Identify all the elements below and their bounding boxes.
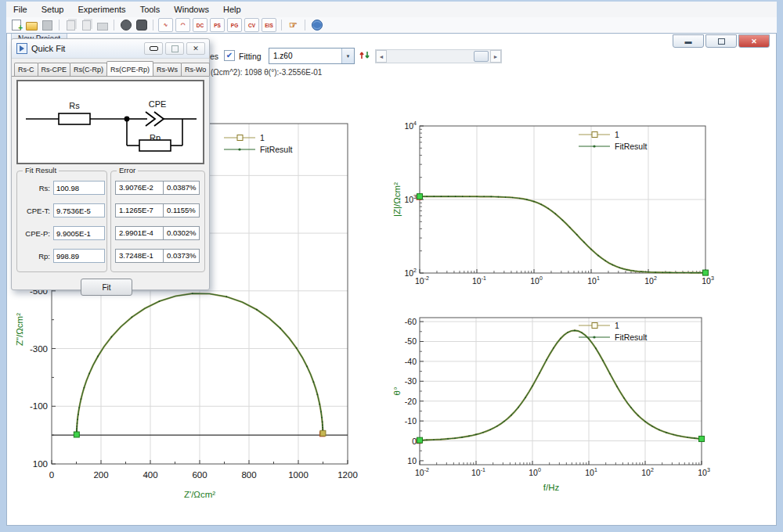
legend[interactable]: 1FitResult xyxy=(579,130,648,151)
data-point[interactable] xyxy=(691,272,692,274)
tab-rsc-rp[interactable]: Rs(C-Rp) xyxy=(70,63,107,76)
data-point[interactable] xyxy=(637,415,639,416)
data-point[interactable] xyxy=(630,407,632,408)
data-point[interactable] xyxy=(511,415,512,416)
data-point[interactable] xyxy=(322,424,323,426)
data-point[interactable] xyxy=(567,332,568,333)
data-point[interactable] xyxy=(322,427,323,429)
data-point[interactable] xyxy=(426,196,428,197)
data-point[interactable] xyxy=(525,397,526,398)
data-point[interactable] xyxy=(159,300,161,302)
dataset-dropdown[interactable]: 1.z60 ▼ xyxy=(269,48,355,64)
data-point[interactable] xyxy=(97,355,99,357)
data-point[interactable] xyxy=(433,439,435,440)
endpoint-marker[interactable] xyxy=(320,430,326,436)
data-point[interactable] xyxy=(648,271,649,273)
data-point[interactable] xyxy=(256,309,258,311)
data-point[interactable] xyxy=(455,196,456,197)
data-point[interactable] xyxy=(684,272,685,274)
data-point[interactable] xyxy=(590,249,592,250)
series-fit-curve[interactable] xyxy=(420,330,702,440)
scroll-right-icon[interactable]: ► xyxy=(490,50,501,63)
data-point[interactable] xyxy=(476,196,478,197)
data-point[interactable] xyxy=(319,404,320,405)
data-point[interactable] xyxy=(76,430,78,431)
endpoint-marker[interactable] xyxy=(74,432,79,437)
param-value-field[interactable] xyxy=(53,181,105,195)
stop-icon[interactable] xyxy=(119,19,132,31)
menu-file[interactable]: File xyxy=(6,2,34,16)
technique-waveform-icon[interactable]: ∿ xyxy=(158,18,173,32)
data-point[interactable] xyxy=(560,338,561,340)
data-point[interactable] xyxy=(583,242,585,243)
data-point[interactable] xyxy=(296,347,298,349)
data-point[interactable] xyxy=(78,414,79,415)
data-point[interactable] xyxy=(503,421,505,422)
dialog-close-icon[interactable]: ✕ xyxy=(186,42,205,55)
data-point[interactable] xyxy=(616,386,618,387)
menu-experiments[interactable]: Experiments xyxy=(70,2,132,16)
tab-rs-ws[interactable]: Rs-Ws xyxy=(153,63,182,76)
data-point[interactable] xyxy=(88,372,90,374)
menu-help[interactable]: Help xyxy=(216,2,248,16)
data-point[interactable] xyxy=(490,196,492,198)
new-document-icon[interactable]: + xyxy=(9,19,23,31)
data-point[interactable] xyxy=(76,426,78,427)
data-point[interactable] xyxy=(547,208,549,210)
data-point[interactable] xyxy=(574,330,576,332)
data-point[interactable] xyxy=(597,255,599,257)
data-point[interactable] xyxy=(609,373,611,375)
data-point[interactable] xyxy=(562,220,564,221)
data-point[interactable] xyxy=(226,296,227,297)
data-point[interactable] xyxy=(539,372,540,374)
data-point[interactable] xyxy=(462,196,464,197)
data-point[interactable] xyxy=(626,269,628,271)
data-point[interactable] xyxy=(482,432,484,433)
copy-icon[interactable] xyxy=(64,19,78,31)
data-point[interactable] xyxy=(644,421,646,422)
bode-phase-plot[interactable]: 10-210-1100101102103-60-50-40-30-20-1001… xyxy=(391,307,720,501)
legend-label[interactable]: FitResult xyxy=(615,332,648,342)
technique-dc-icon[interactable]: DC xyxy=(193,18,207,32)
hand-cursor-icon[interactable]: ☞ xyxy=(287,19,300,31)
data-point[interactable] xyxy=(77,422,78,424)
data-point[interactable] xyxy=(322,421,323,422)
menu-setup[interactable]: Setup xyxy=(34,2,71,16)
data-point[interactable] xyxy=(441,196,442,197)
tab-rs-wo[interactable]: Rs-Wo xyxy=(181,63,210,76)
technique-eis-icon[interactable]: EIS xyxy=(262,18,276,32)
data-point[interactable] xyxy=(489,429,491,430)
data-point[interactable] xyxy=(518,407,519,408)
data-point[interactable] xyxy=(469,196,471,197)
data-point[interactable] xyxy=(532,386,533,387)
data-point[interactable] xyxy=(666,432,667,433)
fitting-checkbox[interactable]: ✔ xyxy=(224,50,235,61)
data-point[interactable] xyxy=(313,381,315,383)
data-point[interactable] xyxy=(77,419,78,420)
scrollbar-thumb[interactable] xyxy=(474,51,489,62)
record-icon[interactable] xyxy=(135,19,148,31)
param-value-field[interactable] xyxy=(53,249,105,263)
swap-curves-icon[interactable] xyxy=(359,49,370,61)
data-point[interactable] xyxy=(677,272,678,274)
legend-label[interactable]: 1 xyxy=(260,133,265,142)
data-point[interactable] xyxy=(687,437,688,438)
tab-rs-cpe[interactable]: Rs-CPE xyxy=(38,63,71,76)
data-point[interactable] xyxy=(321,417,323,419)
technique-sweep-icon[interactable]: ◠ xyxy=(175,18,190,32)
data-point[interactable] xyxy=(81,398,82,400)
data-point[interactable] xyxy=(131,316,132,318)
legend-label[interactable]: 1 xyxy=(615,130,619,139)
data-point[interactable] xyxy=(76,428,78,430)
scrollbar-track[interactable] xyxy=(387,50,490,63)
data-point[interactable] xyxy=(640,271,642,272)
series-data-curve[interactable] xyxy=(420,196,705,273)
data-point[interactable] xyxy=(447,438,449,440)
legend-label[interactable]: FitResult xyxy=(615,142,648,151)
data-point[interactable] xyxy=(533,201,535,203)
data-point[interactable] xyxy=(673,434,674,436)
horizontal-scrollbar[interactable]: ◄ ► xyxy=(375,49,502,63)
series-fit-curve[interactable] xyxy=(420,196,705,273)
data-point[interactable] xyxy=(448,196,449,197)
data-point[interactable] xyxy=(526,199,528,200)
